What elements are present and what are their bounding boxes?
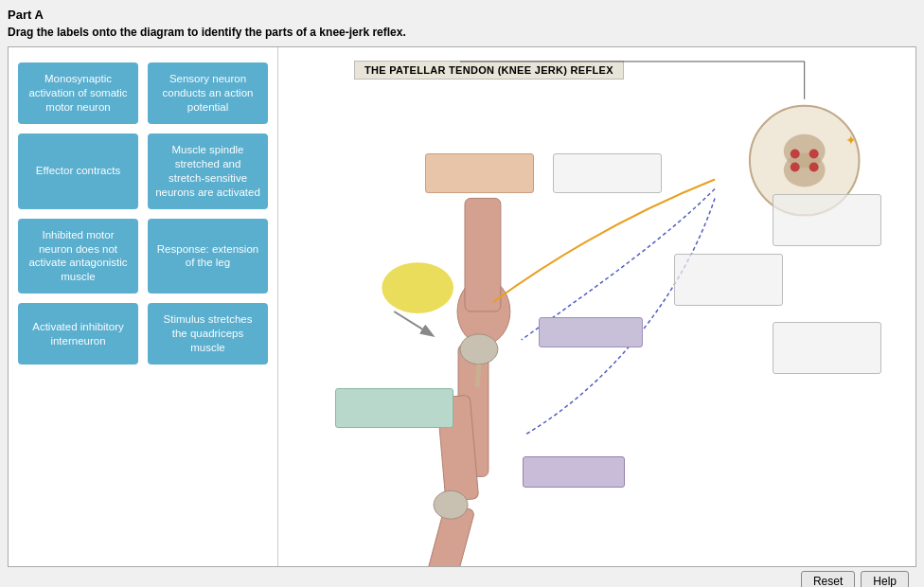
label-card-7[interactable]: Activated inhibitory interneuron — [18, 303, 138, 365]
diagram-svg: ✦ — [278, 47, 915, 566]
svg-point-11 — [784, 153, 826, 187]
main-box: Monosynaptic activation of somatic motor… — [8, 46, 916, 567]
page-wrapper: Part A Drag the labels onto the diagram … — [0, 0, 924, 587]
svg-point-3 — [460, 334, 498, 365]
svg-rect-1 — [465, 198, 501, 311]
label-card-8[interactable]: Stimulus stretches the quadriceps muscle — [148, 303, 268, 365]
bottom-bar: Reset Help — [8, 567, 916, 587]
drop-zone-5[interactable] — [335, 388, 453, 428]
svg-rect-2 — [458, 345, 489, 476]
label-card-2[interactable]: Sensory neuron conducts an action potent… — [148, 62, 268, 124]
svg-point-12 — [791, 150, 800, 159]
svg-point-8 — [382, 262, 453, 313]
svg-rect-6 — [417, 503, 475, 566]
part-label: Part A — [8, 8, 916, 22]
drop-zone-2[interactable] — [553, 153, 662, 193]
svg-point-10 — [784, 134, 826, 169]
label-card-3[interactable]: Effector contracts — [18, 133, 138, 209]
svg-point-13 — [809, 150, 819, 159]
svg-line-4 — [477, 365, 479, 387]
drop-zone-3[interactable] — [674, 254, 783, 306]
right-panel: THE PATELLAR TENDON (KNEE JERK) REFLEX — [278, 47, 915, 566]
svg-point-15 — [809, 163, 819, 172]
label-card-4[interactable]: Muscle spindle stretched and stretch-sen… — [148, 133, 268, 209]
drop-zone-6[interactable] — [523, 456, 625, 488]
drop-zone-8[interactable] — [773, 322, 881, 374]
label-card-5[interactable]: Inhibited motor neuron does not activate… — [18, 219, 138, 294]
svg-point-7 — [434, 490, 468, 519]
drop-zone-7[interactable] — [773, 194, 881, 246]
svg-point-14 — [791, 163, 800, 172]
help-button[interactable]: Help — [861, 571, 909, 587]
label-card-1[interactable]: Monosynaptic activation of somatic motor… — [18, 62, 138, 124]
svg-text:✦: ✦ — [845, 133, 857, 148]
drop-zone-1[interactable] — [425, 153, 534, 193]
diagram-title: THE PATELLAR TENDON (KNEE JERK) REFLEX — [354, 61, 624, 80]
left-panel: Monosynaptic activation of somatic motor… — [9, 47, 278, 566]
svg-point-0 — [457, 278, 510, 345]
drop-zone-4[interactable] — [539, 317, 643, 347]
label-card-6[interactable]: Response: extension of the leg — [148, 219, 268, 294]
instructions: Drag the labels onto the diagram to iden… — [8, 26, 916, 39]
reset-button[interactable]: Reset — [801, 571, 855, 587]
